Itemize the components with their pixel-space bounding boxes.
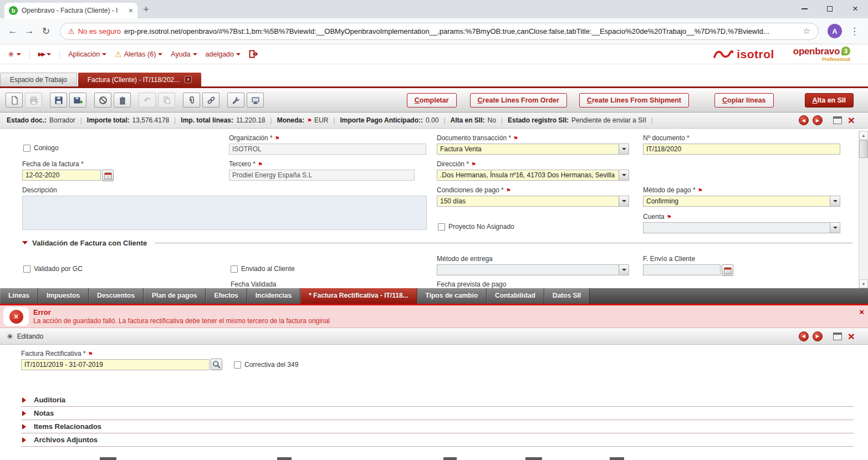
descripcion-textarea[interactable] <box>22 196 427 230</box>
tab-factura-rectificativa[interactable]: * Factura Rectificativa - IT/118... <box>300 288 417 304</box>
close-form-button[interactable]: × <box>848 116 855 125</box>
dropdown-button[interactable] <box>619 196 629 206</box>
browser-menu-icon[interactable]: ⋮ <box>850 25 859 37</box>
previous-record-button[interactable]: ◀ <box>799 115 809 125</box>
fecha-factura-field[interactable]: 12-02-2020 <box>22 170 101 181</box>
proyecto-no-asignado-checkbox[interactable]: Proyecto No Asignado <box>438 223 514 231</box>
menu-aplicacion[interactable]: Aplicación <box>68 50 106 58</box>
dropdown-button[interactable] <box>830 196 840 206</box>
section-notas[interactable]: Notas <box>21 407 854 420</box>
create-lines-from-shipment-button[interactable]: Create Lines From Shipment <box>579 93 689 108</box>
tab-impuestos[interactable]: Impuestos <box>38 288 89 304</box>
workspace-menu-button[interactable]: ✳ <box>8 50 21 59</box>
new-record-button[interactable] <box>6 93 23 108</box>
link-flag-icon[interactable]: ⚑ <box>698 187 703 193</box>
checkbox-box[interactable] <box>23 265 30 273</box>
condiciones-pago-combo[interactable]: 150 días <box>437 196 629 207</box>
tercero-field[interactable]: Prodiel Energy España S.L <box>229 170 415 181</box>
save-and-new-button[interactable] <box>69 93 86 108</box>
security-warning-text[interactable]: No es seguro <box>78 27 121 35</box>
alta-en-sii-button[interactable]: Alta en SII <box>805 93 854 108</box>
link-flag-icon[interactable]: ⚑ <box>667 214 672 220</box>
section-items-relacionados[interactable]: Items Relacionados <box>21 420 854 433</box>
error-close-button[interactable]: × <box>859 307 864 316</box>
url-text[interactable]: erp-pre.isotrol.net/openbravo/#%7Bst:1,b… <box>124 27 800 35</box>
copiar-lineas-button[interactable]: Copiar líneas <box>714 93 774 108</box>
dropdown-button[interactable] <box>830 223 840 233</box>
tools-button[interactable] <box>227 93 244 108</box>
tab-incidencias[interactable]: Incidencias <box>247 288 300 304</box>
scroll-up-button[interactable]: ▲ <box>859 131 868 140</box>
next-record-button[interactable]: ▶ <box>813 331 823 341</box>
window-minimize-button[interactable] <box>792 0 817 18</box>
bookmark-star-icon[interactable]: ☆ <box>803 26 810 36</box>
cuenta-combo[interactable] <box>643 222 840 233</box>
section-auditoria[interactable]: Auditoría <box>21 393 854 407</box>
dropdown-button[interactable] <box>619 144 629 154</box>
next-record-button[interactable]: ▶ <box>813 115 823 125</box>
tab-close-icon[interactable]: × <box>129 7 133 14</box>
menu-ayuda[interactable]: Ayuda <box>171 50 197 58</box>
logout-button[interactable] <box>249 50 258 58</box>
link-flag-icon[interactable]: ⚑ <box>258 161 263 167</box>
calendar-button[interactable] <box>102 170 114 181</box>
form-scrollbar[interactable]: ▲ ▼ <box>859 131 868 288</box>
tab-espacio-de-trabajo[interactable]: Espacio de Trabajo <box>0 73 77 86</box>
num-documento-field[interactable]: IT/118/2020 <box>643 144 840 155</box>
quick-launch-menu-button[interactable]: ▶▶ <box>38 51 51 58</box>
tab-tipos-de-cambio[interactable]: Tipos de cambio <box>417 288 487 304</box>
undo-changes-button[interactable] <box>94 93 111 108</box>
window-close-button[interactable]: × <box>843 0 868 18</box>
maximize-form-button[interactable] <box>833 333 842 340</box>
checkbox-box[interactable] <box>438 223 445 231</box>
checkbox-box[interactable] <box>234 361 241 369</box>
tab-efectos[interactable]: Efectos <box>206 288 247 304</box>
dropdown-button[interactable] <box>619 170 629 180</box>
section-archivos-adjuntos[interactable]: Archivos Adjuntos <box>21 433 854 447</box>
tab-contabilidad[interactable]: Contabilidad <box>487 288 544 304</box>
attachments-button[interactable] <box>183 93 200 108</box>
create-lines-from-order-button[interactable]: Create Lines From Order <box>470 93 567 108</box>
tab-lineas[interactable]: Líneas <box>0 288 38 304</box>
documento-transaccion-combo[interactable]: Factura Venta <box>437 144 629 155</box>
new-tab-button[interactable]: + <box>143 3 149 16</box>
menu-user[interactable]: adelgado <box>206 50 241 58</box>
link-button[interactable] <box>202 93 219 108</box>
security-warning-icon[interactable]: ⚠ <box>68 27 75 35</box>
forward-button[interactable]: → <box>21 25 38 37</box>
correctiva-349-checkbox[interactable]: Correctiva del 349 <box>234 361 298 369</box>
section-validacion-header[interactable]: Validación de Factura con Cliente <box>22 238 852 247</box>
url-bar[interactable]: ⚠ No es seguro erp-pre.isotrol.net/openb… <box>60 23 819 40</box>
tab-datos-sii[interactable]: Datos SII <box>544 288 590 304</box>
link-flag-icon[interactable]: ⚑ <box>307 117 312 124</box>
delete-button[interactable] <box>114 93 131 108</box>
factura-rectificativa-field[interactable]: IT/1011/2019 - 31-07-2019 <box>21 359 210 370</box>
conlogo-checkbox[interactable]: Conlogo <box>23 144 59 152</box>
browser-tab[interactable]: b Openbravo - Factura (Cliente) - I × <box>4 3 137 18</box>
tab-plan-de-pagos[interactable]: Plan de pagos <box>144 288 206 304</box>
link-flag-icon[interactable]: ⚑ <box>506 187 511 193</box>
organizacion-field[interactable]: ISOTROL <box>229 144 426 155</box>
view-toggle-button[interactable] <box>247 93 264 108</box>
f-envio-cliente-field[interactable] <box>643 264 721 275</box>
enviado-al-cliente-checkbox[interactable]: Enviado al Cliente <box>231 265 295 273</box>
link-flag-icon[interactable]: ⚑ <box>275 135 280 141</box>
completar-button[interactable]: Completar <box>407 93 457 108</box>
metodo-entrega-combo[interactable] <box>437 264 629 275</box>
calendar-button[interactable] <box>722 264 733 276</box>
search-button[interactable] <box>211 359 222 370</box>
direccion-combo[interactable]: .Dos Hermanas, Ínsula nº16, 41703 Dos He… <box>437 170 629 181</box>
browser-avatar[interactable]: A <box>828 24 842 38</box>
reload-button[interactable]: ↻ <box>38 25 54 37</box>
checkbox-box[interactable] <box>23 145 30 152</box>
link-flag-icon[interactable]: ⚑ <box>88 351 93 357</box>
tab-descuentos[interactable]: Descuentos <box>89 288 144 304</box>
tab-factura-cliente[interactable]: Factura (Cliente) - IT/118/202... × <box>78 73 202 86</box>
save-button[interactable] <box>50 93 67 108</box>
validado-por-gc-checkbox[interactable]: Validado por GC <box>23 265 83 273</box>
window-maximize-button[interactable] <box>817 0 843 18</box>
tab-close-icon[interactable]: × <box>185 76 192 83</box>
back-button[interactable]: ← <box>4 25 21 37</box>
scrollbar-thumb[interactable] <box>859 140 868 158</box>
previous-record-button[interactable]: ◀ <box>799 331 809 341</box>
